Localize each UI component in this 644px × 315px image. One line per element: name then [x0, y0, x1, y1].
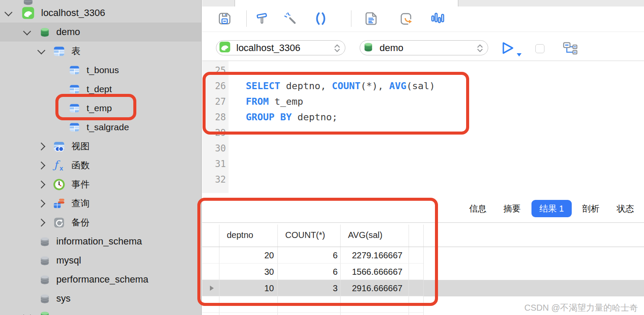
- sidebar-item-查询[interactable]: 查询: [0, 194, 202, 213]
- table-icon: [69, 84, 80, 96]
- event-icon: [53, 178, 65, 193]
- sidebar-item-t_bonus[interactable]: t_bonus: [0, 61, 202, 80]
- editor-toolbar: [202, 6, 644, 32]
- sidebar-item-label: t_dept: [87, 80, 112, 99]
- backup-icon: [53, 216, 65, 231]
- sidebar-item-label: 备份: [71, 213, 90, 232]
- sidebar-item-sys[interactable]: sys: [0, 289, 202, 308]
- column-header-avgsal[interactable]: AVG(sal): [340, 223, 409, 247]
- column-header-deptno[interactable]: deptno: [219, 223, 277, 247]
- sidebar-item-label: demo: [56, 22, 80, 42]
- query-editor-panel: localhost_3306 demo: [202, 0, 644, 315]
- chevron-down-icon[interactable]: [4, 8, 12, 16]
- line-number: 28: [202, 109, 226, 125]
- select-stepper-icon: [477, 43, 483, 55]
- run-options-caret-icon[interactable]: [517, 51, 522, 58]
- document-tab-strip: [202, 0, 644, 6]
- sidebar-item-label: information_schema: [56, 232, 142, 251]
- sidebar-item-t_dept[interactable]: t_dept: [0, 80, 202, 99]
- chevron-down-icon[interactable]: [37, 46, 45, 54]
- export-result-button[interactable]: [399, 11, 413, 26]
- explain-plan-button[interactable]: [563, 41, 578, 55]
- results-tab-1[interactable]: 信息: [469, 200, 486, 217]
- tab-divider: [235, 0, 235, 6]
- sidebar-item-label: t_bonus: [87, 61, 119, 80]
- sidebar-item-备份[interactable]: 备份: [0, 213, 202, 232]
- sidebar-item-视图[interactable]: 视图: [0, 137, 202, 156]
- cell-r2-c1[interactable]: 30: [219, 264, 277, 280]
- sidebar-item-t_salgrade[interactable]: t_salgrade: [0, 118, 202, 137]
- results-panel: 信息摘要结果 1剖析状态 deptnoCOUNT(*)AVG(sal)20622…: [202, 193, 644, 315]
- magic-wand-button[interactable]: [283, 11, 298, 26]
- chevron-right-icon[interactable]: [37, 142, 45, 150]
- results-tab-5[interactable]: 状态: [617, 200, 634, 217]
- sidebar-item-label: t_emp: [87, 99, 112, 118]
- connection-tree-sidebar[interactable]: localhost_3306 demo 表 t_bonus t_dept: [0, 0, 202, 315]
- beautify-sql-button[interactable]: [254, 11, 269, 26]
- chevron-down-icon[interactable]: [23, 311, 31, 315]
- cell-r3-c1[interactable]: 10: [219, 280, 277, 296]
- line-number: 31: [202, 156, 226, 172]
- database-select[interactable]: demo: [360, 40, 488, 55]
- db-green-icon: [39, 26, 51, 40]
- mysql-connection-icon: [219, 41, 231, 55]
- database-select-value: demo: [380, 42, 403, 54]
- view-icon: [53, 140, 65, 154]
- sidebar-item-t_emp[interactable]: t_emp: [0, 99, 202, 118]
- column-header-count[interactable]: COUNT(*): [277, 223, 340, 247]
- db-gray-icon: [39, 236, 51, 249]
- sidebar-item-mysql[interactable]: mysql: [0, 251, 202, 270]
- sidebar-item-information_schema[interactable]: information_schema: [0, 232, 202, 251]
- sidebar-item-label: 函数: [71, 156, 90, 175]
- sql-code-line: FROM t_emp: [246, 94, 303, 109]
- cell-r3-c2[interactable]: 3: [277, 280, 340, 296]
- cell-r1-c1[interactable]: 20: [219, 247, 277, 264]
- chevron-down-icon[interactable]: [23, 27, 31, 35]
- query-icon: [53, 197, 65, 212]
- sidebar-item-表[interactable]: 表: [0, 42, 202, 61]
- database-icon: [363, 42, 374, 55]
- run-query-button[interactable]: [501, 41, 515, 55]
- inactive-tab-area: [458, 0, 644, 6]
- select-stepper-icon: [334, 43, 341, 55]
- chart-view-button[interactable]: [430, 11, 444, 26]
- stop-on-error-checkbox[interactable]: [535, 44, 544, 53]
- cell-r1-c2[interactable]: 6: [277, 247, 340, 264]
- sidebar-item-label: t_salgrade: [87, 118, 129, 137]
- db-gray-icon: [39, 274, 51, 287]
- chevron-right-icon[interactable]: [37, 161, 45, 169]
- results-tab-4[interactable]: 剖析: [582, 200, 599, 217]
- sidebar-item-localhost_3306[interactable]: localhost_3306: [0, 3, 202, 22]
- sql-code-line: GROUP BY deptno;: [246, 109, 338, 125]
- sidebar-item-label: 查询: [71, 194, 90, 213]
- sql-code-line: SELECT deptno, COUNT(*), AVG(sal): [246, 78, 435, 94]
- cell-r2-c3[interactable]: 1566.666667: [340, 264, 409, 280]
- grid-vline: [423, 225, 424, 315]
- cell-r1-c3[interactable]: 2279.166667: [340, 247, 409, 264]
- sidebar-item-label: mysql: [56, 251, 81, 270]
- chevron-right-icon[interactable]: [37, 180, 45, 188]
- sidebar-item-demo[interactable]: demo: [0, 22, 202, 42]
- line-number-gutter: 2526272829303132: [202, 61, 229, 193]
- db-gray-icon: [39, 255, 51, 268]
- results-tab-2[interactable]: 摘要: [503, 200, 521, 217]
- sidebar-item-label: 事件: [71, 175, 90, 194]
- chevron-right-icon[interactable]: [37, 219, 45, 226]
- chevron-right-icon[interactable]: [37, 199, 45, 207]
- text-preview-button[interactable]: [364, 11, 379, 26]
- sidebar-item-函数[interactable]: ƒ x函数: [0, 156, 202, 175]
- cell-r2-c2[interactable]: 6: [277, 264, 340, 280]
- sql-editor[interactable]: 2526272829303132 SELECT deptno, COUNT(*)…: [202, 61, 644, 193]
- sidebar-item-partial[interactable]: [0, 306, 202, 315]
- results-tab-3[interactable]: 结果 1: [531, 200, 572, 217]
- sidebar-item-label: 视图: [71, 137, 90, 156]
- connection-select[interactable]: localhost_3306: [216, 40, 345, 55]
- sidebar-item-事件[interactable]: 事件: [0, 175, 202, 194]
- line-number: 26: [202, 78, 226, 94]
- sidebar-item-performance_schema[interactable]: performance_schema: [0, 270, 202, 289]
- cell-r3-c3[interactable]: 2916.666667: [340, 280, 409, 296]
- save-button[interactable]: [217, 11, 232, 26]
- current-row-marker-icon: [210, 286, 214, 291]
- code-snippet-button[interactable]: [313, 11, 328, 26]
- results-tab-bar: 信息摘要结果 1剖析状态: [202, 193, 644, 223]
